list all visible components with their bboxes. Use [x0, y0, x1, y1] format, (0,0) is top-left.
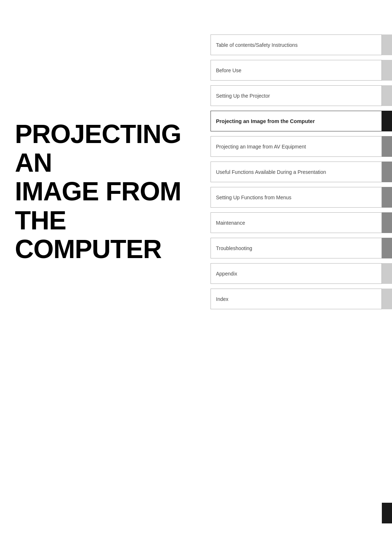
nav-item-setting-up-menus[interactable]: Setting Up Functions from Menus: [211, 187, 392, 208]
nav-item-useful-functions[interactable]: Useful Functions Available During a Pres…: [211, 162, 392, 182]
nav-item-label-setting-up-menus: Setting Up Functions from Menus: [216, 195, 291, 200]
nav-item-label-troubleshooting: Troubleshooting: [216, 245, 252, 251]
nav-item-toc[interactable]: Table of contents/Safety Instructions: [211, 34, 392, 55]
nav-item-maintenance[interactable]: Maintenance: [211, 212, 392, 233]
nav-item-tab-index: [382, 289, 392, 309]
nav-item-troubleshooting[interactable]: Troubleshooting: [211, 238, 392, 258]
nav-item-index[interactable]: Index: [211, 289, 392, 309]
nav-item-label-projecting-av: Projecting an Image from AV Equipment: [216, 144, 306, 150]
nav-item-label-useful-functions: Useful Functions Available During a Pres…: [216, 169, 326, 175]
nav-item-before-use[interactable]: Before Use: [211, 60, 392, 81]
page: PROJECTING AN IMAGE FROM THE COMPUTER Ta…: [0, 0, 392, 555]
nav-item-projecting-computer[interactable]: Projecting an Image from the Computer: [211, 111, 392, 131]
title-line3: THE COMPUTER: [15, 206, 204, 264]
nav-item-tab-projecting-av: [382, 136, 392, 157]
nav-item-tab-toc: [382, 34, 392, 55]
nav-panel: Table of contents/Safety InstructionsBef…: [211, 34, 392, 314]
title-line2: IMAGE FROM: [15, 177, 204, 206]
nav-item-tab-projecting-computer: [382, 111, 392, 131]
nav-item-tab-maintenance: [382, 212, 392, 233]
nav-item-label-index: Index: [216, 296, 228, 302]
nav-item-tab-setting-up-menus: [382, 187, 392, 208]
nav-item-label-setting-up-projector: Setting Up the Projector: [216, 93, 270, 99]
nav-item-tab-before-use: [382, 60, 392, 81]
nav-item-label-toc: Table of contents/Safety Instructions: [216, 42, 298, 48]
nav-item-tab-appendix: [382, 263, 392, 284]
nav-item-label-appendix: Appendix: [216, 271, 237, 277]
bottom-tab-indicator: [382, 503, 392, 523]
nav-item-tab-useful-functions: [382, 162, 392, 182]
nav-item-projecting-av[interactable]: Projecting an Image from AV Equipment: [211, 136, 392, 157]
nav-item-tab-troubleshooting: [382, 238, 392, 258]
nav-item-label-projecting-computer: Projecting an Image from the Computer: [216, 118, 315, 124]
nav-item-appendix[interactable]: Appendix: [211, 263, 392, 284]
nav-item-label-maintenance: Maintenance: [216, 220, 245, 226]
nav-item-setting-up-projector[interactable]: Setting Up the Projector: [211, 85, 392, 106]
main-title: PROJECTING AN IMAGE FROM THE COMPUTER: [15, 120, 204, 264]
title-line1: PROJECTING AN: [15, 120, 204, 177]
nav-item-label-before-use: Before Use: [216, 68, 241, 73]
nav-item-tab-setting-up-projector: [382, 85, 392, 106]
